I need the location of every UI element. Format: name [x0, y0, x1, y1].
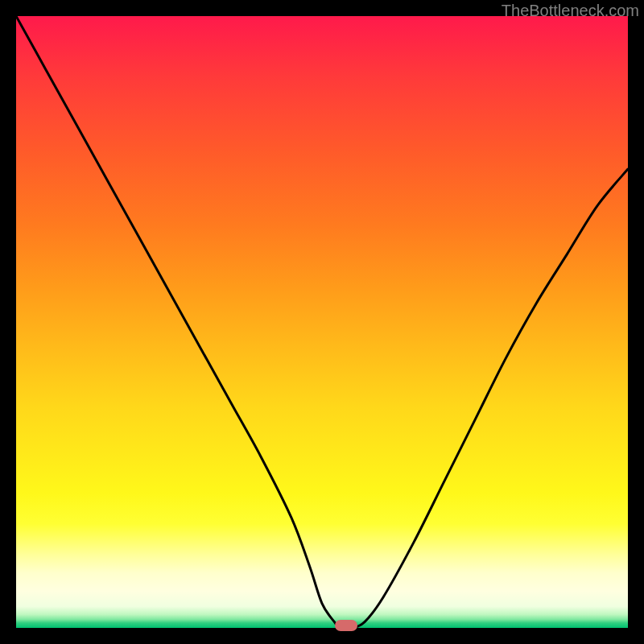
optimum-marker: [335, 620, 357, 631]
watermark-text: TheBottleneck.com: [502, 2, 639, 20]
chart-frame: TheBottleneck.com: [0, 0, 644, 644]
plot-area: [16, 16, 628, 628]
